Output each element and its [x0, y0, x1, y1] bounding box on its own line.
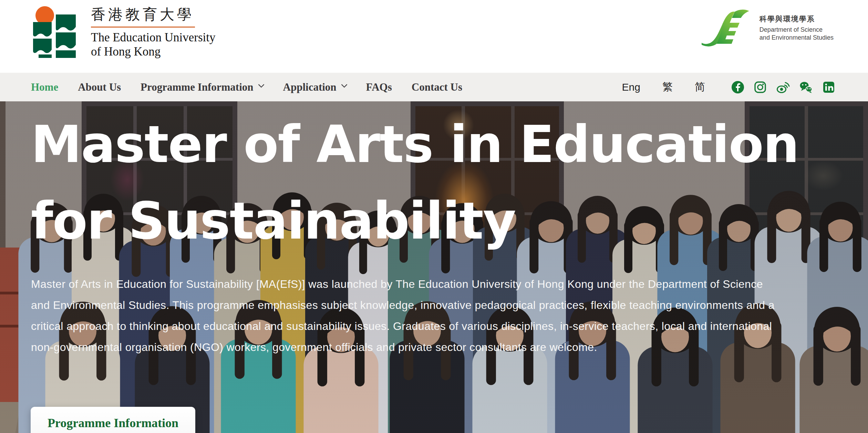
nav-item-home[interactable]: Home [31, 81, 58, 93]
page-title-line1: Master of Arts in Education [31, 106, 799, 183]
department-logo[interactable]: 科學與環境學系 Department of Science and Enviro… [699, 8, 834, 48]
main-nav: Home About Us Programme Information Appl… [0, 73, 868, 101]
hero-section: Master of Arts in Education for Sustaina… [0, 101, 868, 433]
nav-item-contact-us[interactable]: Contact Us [412, 81, 462, 93]
department-name-en-line2: and Environmental Studies [760, 34, 834, 42]
site-header: 香港教育大學 The Education University of Hong … [0, 0, 868, 73]
lang-simplified-chinese[interactable]: 简 [695, 80, 705, 94]
facebook-icon[interactable] [731, 81, 744, 94]
university-name-en-line2: of Hong Kong [91, 45, 216, 59]
page-title: Master of Arts in Education for Sustaina… [31, 106, 799, 259]
department-logo-text: 科學與環境學系 Department of Science and Enviro… [760, 14, 834, 42]
nav-utilities: Eng 繁 简 [622, 80, 835, 94]
language-switcher: Eng 繁 简 [622, 80, 705, 94]
lang-eng[interactable]: Eng [622, 81, 640, 93]
logo-divider [91, 27, 195, 28]
lang-traditional-chinese[interactable]: 繁 [662, 80, 673, 94]
nav-item-about-us[interactable]: About Us [78, 81, 121, 93]
page-title-line2: for Sustainability [31, 183, 799, 259]
chevron-down-icon [341, 81, 347, 88]
university-logo-text: 香港教育大學 The Education University of Hong … [91, 5, 216, 59]
nav-menu: Home About Us Programme Information Appl… [31, 81, 462, 93]
nav-item-faqs[interactable]: FAQs [366, 81, 392, 93]
linkedin-icon[interactable] [822, 81, 835, 94]
wechat-icon[interactable] [799, 81, 813, 94]
hero-description: Master of Arts in Education for Sustaina… [31, 274, 782, 358]
department-logo-mark [699, 8, 753, 48]
department-name-zh: 科學與環境學系 [760, 14, 834, 24]
chevron-down-icon [258, 81, 264, 88]
university-logo[interactable]: 香港教育大學 The Education University of Hong … [31, 5, 216, 59]
social-links [731, 81, 835, 94]
university-name-en-line1: The Education University [91, 31, 216, 45]
hero-content: Master of Arts in Education for Sustaina… [31, 101, 837, 433]
nav-item-application[interactable]: Application [283, 81, 347, 93]
department-name-en-line1: Department of Science [760, 26, 834, 34]
university-logo-mark [31, 6, 83, 58]
university-name-zh: 香港教育大學 [91, 5, 216, 24]
programme-information-button[interactable]: Programme Information [31, 407, 195, 433]
nav-item-programme-information[interactable]: Programme Information [141, 81, 263, 93]
weibo-icon[interactable] [776, 81, 790, 94]
instagram-icon[interactable] [754, 81, 767, 94]
